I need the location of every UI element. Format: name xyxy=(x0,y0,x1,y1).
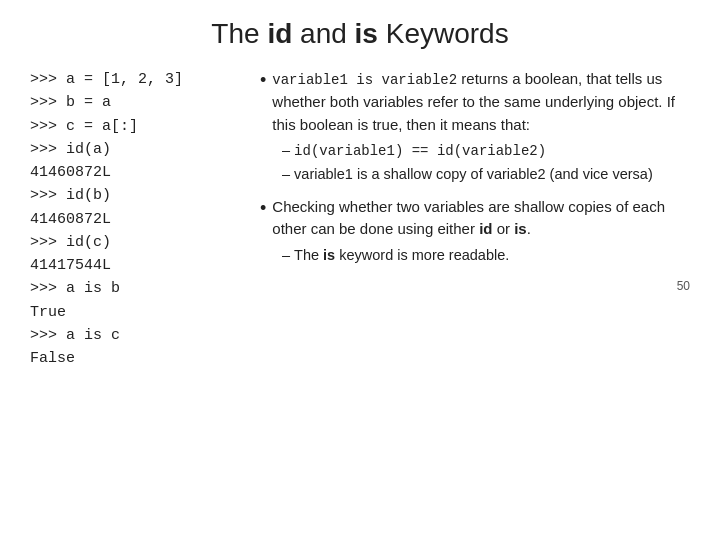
code-line-2: >>> b = a xyxy=(30,91,240,114)
bullet-1-dot: • xyxy=(260,68,266,93)
code-line-10: >>> a is b xyxy=(30,277,240,300)
sub-dash-3: – xyxy=(282,245,290,267)
title-prefix: The xyxy=(211,18,267,49)
bullet-2-section: • Checking whether two variables are sha… xyxy=(260,196,690,267)
title-suffix: Keywords xyxy=(378,18,509,49)
sub-bullet-3: – The is keyword is more readable. xyxy=(282,245,690,267)
sub-bullet-1: – id(variable1) == id(variable2) xyxy=(282,140,690,162)
code-line-9: 41417544L xyxy=(30,254,240,277)
sub-dash-1: – xyxy=(282,140,290,162)
bullet-1-main: • variable1 is variable2 returns a boole… xyxy=(260,68,690,136)
bullet-2-suffix: . xyxy=(527,220,531,237)
code-line-8: >>> id(c) xyxy=(30,231,240,254)
code-line-3: >>> c = a[:] xyxy=(30,115,240,138)
sub-text-1: id(variable1) == id(variable2) xyxy=(294,140,546,162)
description-panel: • variable1 is variable2 returns a boole… xyxy=(260,68,690,530)
bullet-2-keyword2: is xyxy=(514,220,527,237)
bullet-2-text: Checking whether two variables are shall… xyxy=(272,196,690,241)
slide-content: >>> a = [1, 2, 3] >>> b = a >>> c = a[:]… xyxy=(30,68,690,530)
sub3-prefix: The xyxy=(294,247,323,263)
code-line-1: >>> a = [1, 2, 3] xyxy=(30,68,240,91)
sub-bullets-2: – The is keyword is more readable. xyxy=(260,245,690,267)
page-number: 50 xyxy=(260,277,690,295)
code-line-7: 41460872L xyxy=(30,208,240,231)
sub-text-2: variable1 is a shallow copy of variable2… xyxy=(294,164,653,186)
id-eq-code: id(variable1) == id(variable2) xyxy=(294,143,546,159)
bullet-2-main: • Checking whether two variables are sha… xyxy=(260,196,690,241)
code-line-13: False xyxy=(30,347,240,370)
code-line-12: >>> a is c xyxy=(30,324,240,347)
sub-dash-2: – xyxy=(282,164,290,186)
sub-bullet-2: – variable1 is a shallow copy of variabl… xyxy=(282,164,690,186)
title-keyword1: id xyxy=(267,18,292,49)
code-panel: >>> a = [1, 2, 3] >>> b = a >>> c = a[:]… xyxy=(30,68,240,530)
code-line-11: True xyxy=(30,301,240,324)
variable1-is-variable2: variable1 is variable2 xyxy=(272,72,457,88)
sub3-suffix: keyword is more readable. xyxy=(335,247,509,263)
bullet-1-section: • variable1 is variable2 returns a boole… xyxy=(260,68,690,186)
sub3-keyword: is xyxy=(323,247,335,263)
bullet-2-middle: or xyxy=(492,220,514,237)
slide: The id and is Keywords >>> a = [1, 2, 3]… xyxy=(0,0,720,540)
bullet-2-keyword1: id xyxy=(479,220,492,237)
bullet-2-dot: • xyxy=(260,196,266,221)
code-line-4: >>> id(a) xyxy=(30,138,240,161)
sub-bullets-1: – id(variable1) == id(variable2) – varia… xyxy=(260,140,690,186)
code-line-5: 41460872L xyxy=(30,161,240,184)
code-line-6: >>> id(b) xyxy=(30,184,240,207)
slide-title: The id and is Keywords xyxy=(30,18,690,50)
bullet-1-text: variable1 is variable2 returns a boolean… xyxy=(272,68,690,136)
bullet-2-prefix: Checking whether two variables are shall… xyxy=(272,198,665,238)
title-middle: and xyxy=(292,18,354,49)
sub-text-3: The is keyword is more readable. xyxy=(294,245,509,267)
title-keyword2: is xyxy=(355,18,378,49)
